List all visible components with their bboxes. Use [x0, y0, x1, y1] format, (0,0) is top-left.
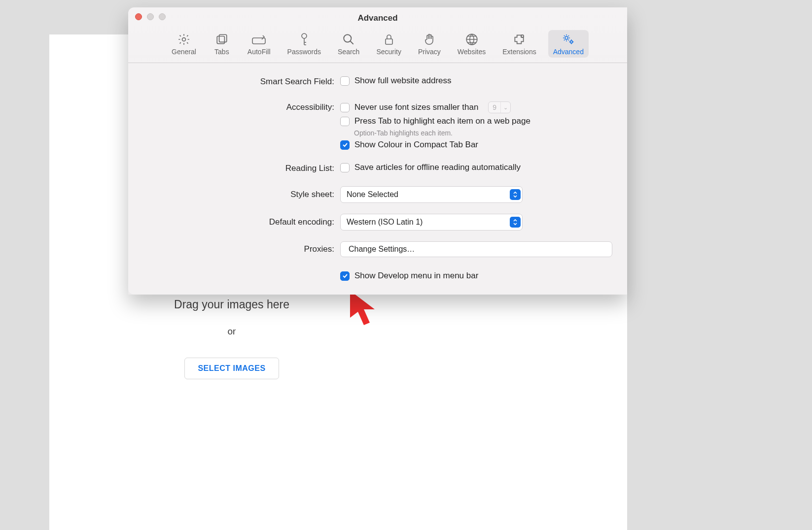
- tab-search[interactable]: Search: [333, 30, 364, 58]
- tab-autofill[interactable]: AutoFill: [243, 30, 276, 58]
- proxies-label: Proxies:: [143, 244, 340, 254]
- svg-point-0: [182, 38, 185, 41]
- tab-websites[interactable]: Websites: [453, 30, 491, 58]
- font-size-value: 9: [489, 103, 500, 111]
- tab-label: General: [172, 48, 196, 56]
- globe-icon: [465, 32, 478, 47]
- tabs-icon: [215, 32, 228, 47]
- style-sheet-value: None Selected: [347, 190, 398, 199]
- autofill-icon: [251, 32, 266, 47]
- updown-icon: [510, 189, 521, 200]
- svg-rect-6: [386, 39, 392, 44]
- show-develop-menu-label: Show Develop menu in menu bar: [354, 271, 478, 281]
- preferences-window: Advanced General Tabs: [128, 7, 627, 295]
- never-font-size-label: Never use font sizes smaller than: [354, 102, 478, 112]
- advanced-panel: Smart Search Field: Show full website ad…: [128, 63, 627, 295]
- tab-advanced[interactable]: Advanced: [548, 30, 589, 58]
- window-title: Advanced: [128, 13, 627, 23]
- tab-security[interactable]: Security: [371, 30, 406, 58]
- tab-label: Security: [376, 48, 401, 56]
- search-icon: [342, 32, 355, 47]
- save-offline-checkbox[interactable]: [340, 163, 350, 172]
- never-font-size-checkbox[interactable]: [340, 103, 350, 112]
- puzzle-icon: [513, 32, 526, 47]
- svg-rect-2: [219, 34, 226, 42]
- tab-passwords[interactable]: Passwords: [282, 30, 326, 58]
- press-tab-checkbox[interactable]: [340, 117, 350, 126]
- default-encoding-value: Western (ISO Latin 1): [347, 218, 423, 227]
- preferences-toolbar: General Tabs AutoFill P: [128, 25, 627, 63]
- gears-icon: [562, 32, 575, 47]
- font-size-stepper[interactable]: 9 ⌄: [488, 101, 511, 113]
- show-colour-tab-label: Show Colour in Compact Tab Bar: [354, 140, 478, 150]
- tab-tabs[interactable]: Tabs: [208, 30, 236, 58]
- show-full-address-label: Show full website address: [354, 76, 452, 86]
- save-offline-label: Save articles for offline reading automa…: [354, 163, 521, 172]
- style-sheet-select[interactable]: None Selected: [340, 186, 523, 203]
- tab-label: Passwords: [287, 48, 321, 56]
- titlebar: Advanced: [128, 7, 627, 25]
- background-drop-zone[interactable]: Drag your images here or SELECT IMAGES: [163, 298, 301, 379]
- lock-icon: [383, 32, 395, 47]
- annotation-cursor-arrow-icon: [345, 288, 385, 332]
- show-develop-menu-checkbox[interactable]: [340, 271, 350, 281]
- tab-label: AutoFill: [247, 48, 271, 56]
- svg-point-4: [302, 33, 307, 38]
- tab-general[interactable]: General: [167, 30, 201, 58]
- tab-label: Privacy: [418, 48, 441, 56]
- press-tab-hint: Option-Tab highlights each item.: [340, 129, 612, 137]
- key-icon: [299, 32, 310, 47]
- svg-rect-1: [217, 36, 224, 44]
- chevron-down-icon: ⌄: [501, 104, 510, 111]
- hand-icon: [424, 32, 435, 47]
- svg-rect-3: [252, 38, 265, 44]
- svg-point-10: [570, 41, 572, 43]
- show-full-address-checkbox[interactable]: [340, 76, 350, 86]
- default-encoding-select[interactable]: Western (ISO Latin 1): [340, 214, 523, 231]
- drag-images-text: Drag your images here: [163, 298, 301, 311]
- smart-search-label: Smart Search Field:: [143, 76, 340, 87]
- select-images-button[interactable]: SELECT IMAGES: [184, 358, 279, 379]
- default-encoding-label: Default encoding:: [143, 217, 340, 227]
- show-colour-tab-checkbox[interactable]: [340, 140, 350, 150]
- svg-point-5: [344, 34, 351, 42]
- tab-privacy[interactable]: Privacy: [413, 30, 446, 58]
- accessibility-label: Accessibility:: [143, 101, 340, 112]
- tab-extensions[interactable]: Extensions: [497, 30, 541, 58]
- change-settings-button[interactable]: Change Settings…: [340, 241, 612, 257]
- svg-point-8: [521, 35, 524, 37]
- style-sheet-label: Style sheet:: [143, 190, 340, 199]
- tab-label: Search: [338, 48, 359, 56]
- tab-label: Websites: [458, 48, 486, 56]
- svg-point-9: [565, 36, 568, 39]
- press-tab-label: Press Tab to highlight each item on a we…: [354, 116, 530, 126]
- gear-icon: [177, 32, 190, 47]
- tab-label: Tabs: [214, 48, 229, 56]
- reading-list-label: Reading List:: [143, 163, 340, 173]
- updown-icon: [510, 217, 521, 228]
- or-text: or: [163, 326, 301, 337]
- tab-label: Advanced: [553, 48, 584, 56]
- tab-label: Extensions: [502, 48, 536, 56]
